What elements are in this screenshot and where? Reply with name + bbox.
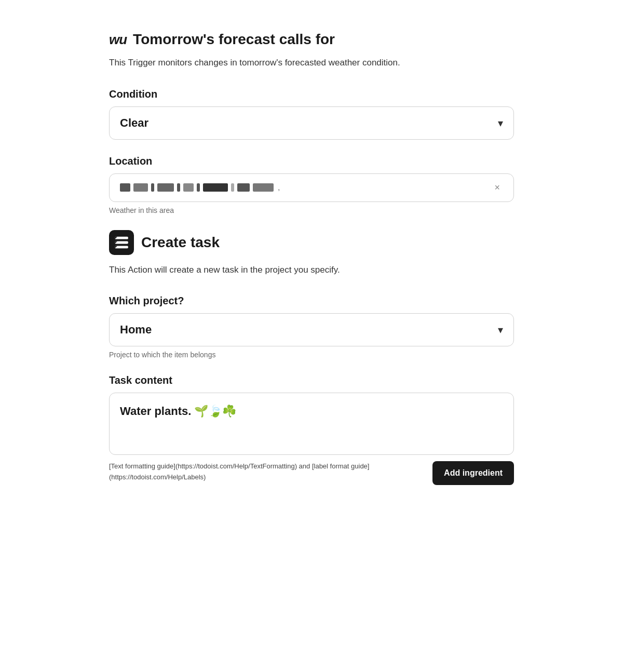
- task-content-section: Task content Water plants. 🌱🍃☘️ [Text fo…: [109, 374, 514, 485]
- task-content-input[interactable]: Water plants. 🌱🍃☘️: [109, 393, 514, 455]
- blur-block-3: [151, 183, 154, 192]
- blur-block-4: [157, 183, 174, 192]
- wu-logo: wu: [109, 32, 127, 48]
- project-hint: Project to which the item belongs: [109, 351, 514, 359]
- location-blurred-content: ,: [120, 183, 487, 192]
- blur-block-6: [183, 183, 194, 192]
- blur-block-10: [237, 183, 250, 192]
- blur-block-9: [231, 183, 234, 192]
- condition-dropdown[interactable]: Clear ▾: [109, 106, 514, 140]
- location-comma: ,: [278, 183, 280, 192]
- project-value: Home: [120, 323, 152, 337]
- bottom-row: [Text formatting guide](https://todoist.…: [109, 461, 514, 485]
- blur-block-8: [203, 183, 228, 192]
- blur-block-5: [177, 183, 180, 192]
- action-description: This Action will create a new task in th…: [109, 263, 514, 277]
- location-section: Location , × Weather in this area: [109, 155, 514, 214]
- task-content-label: Task content: [109, 374, 514, 386]
- location-input-wrapper[interactable]: , ×: [109, 173, 514, 202]
- condition-chevron-icon: ▾: [498, 117, 503, 129]
- blur-block-2: [133, 183, 148, 192]
- todoist-layers-svg: [113, 234, 130, 251]
- condition-section: Condition Clear ▾: [109, 88, 514, 140]
- action-title: Create task: [141, 234, 220, 251]
- project-label: Which project?: [109, 295, 514, 307]
- condition-value: Clear: [120, 116, 148, 130]
- trigger-title: Tomorrow's forecast calls for: [133, 31, 335, 48]
- add-ingredient-button[interactable]: Add ingredient: [432, 461, 514, 485]
- project-dropdown[interactable]: Home ▾: [109, 313, 514, 346]
- blur-block-7: [197, 183, 200, 192]
- task-content-value: Water plants. 🌱🍃☘️: [120, 405, 236, 418]
- formatting-guide-text: [Text formatting guide](https://todoist.…: [109, 461, 422, 483]
- location-label: Location: [109, 155, 514, 167]
- blur-block-11: [253, 183, 274, 192]
- blur-block-1: [120, 183, 130, 192]
- location-hint: Weather in this area: [109, 206, 514, 214]
- todoist-icon: [109, 230, 134, 255]
- trigger-description: This Trigger monitors changes in tomorro…: [109, 56, 514, 70]
- trigger-header: wu Tomorrow's forecast calls for: [109, 31, 514, 48]
- project-section: Which project? Home ▾ Project to which t…: [109, 295, 514, 359]
- location-clear-button[interactable]: ×: [491, 181, 503, 194]
- project-chevron-icon: ▾: [498, 324, 503, 336]
- condition-label: Condition: [109, 88, 514, 100]
- action-header: Create task: [109, 230, 514, 255]
